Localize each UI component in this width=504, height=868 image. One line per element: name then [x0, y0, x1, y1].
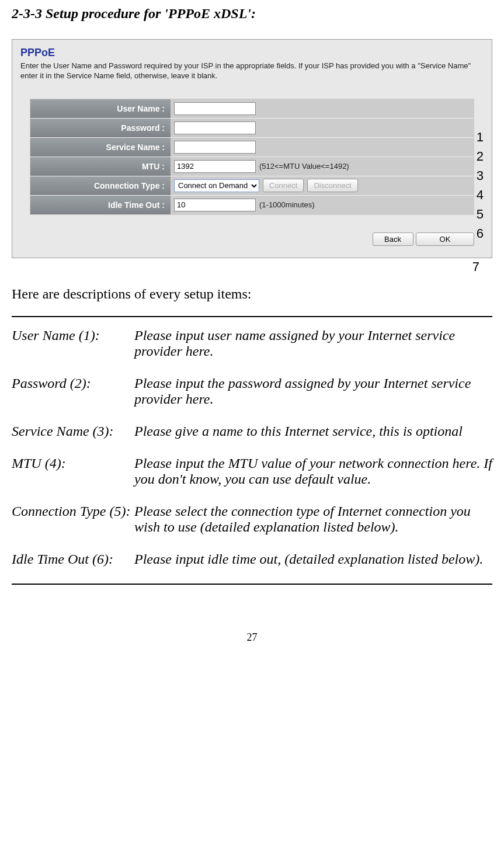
callout-1: 1 — [477, 127, 494, 147]
ok-button[interactable]: OK — [416, 232, 474, 246]
def-user-name: Please input user name assigned by your … — [134, 328, 492, 359]
row-service-name: Service Name : — [30, 138, 474, 157]
back-button[interactable]: Back — [373, 232, 413, 246]
idle-timeout-input[interactable] — [174, 199, 256, 211]
desc-idle-timeout: Idle Time Out (6): Please input idle tim… — [12, 551, 492, 567]
callout-5: 5 — [477, 204, 494, 224]
desc-connection-type: Connection Type (5): Please select the c… — [12, 504, 492, 535]
callout-6: 6 — [477, 224, 494, 243]
def-connection-type: Please select the connection type of Int… — [134, 504, 492, 535]
label-service-name: Service Name : — [30, 138, 171, 157]
term-idle-timeout: Idle Time Out (6): — [12, 551, 134, 567]
top-rule — [12, 316, 492, 317]
term-connection-type: Connection Type (5): — [12, 504, 134, 535]
callout-2: 2 — [477, 147, 494, 166]
label-password: Password : — [30, 119, 171, 137]
bottom-rule — [12, 584, 492, 585]
disconnect-button[interactable]: Disconnect — [307, 179, 357, 192]
term-user-name: User Name (1): — [12, 328, 134, 359]
callout-4: 4 — [477, 185, 494, 204]
description-list: User Name (1): Please input user name as… — [12, 328, 492, 567]
row-mtu: MTU : (512<=MTU Value<=1492) — [30, 157, 474, 176]
password-input[interactable] — [174, 121, 256, 134]
connect-button[interactable]: Connect — [263, 179, 304, 192]
section-title: 2-3-3 Setup procedure for 'PPPoE xDSL': — [12, 6, 492, 22]
def-password: Please input the password assigned by yo… — [134, 376, 492, 407]
callout-7: 7 — [12, 259, 492, 275]
screenshot-title: PPPoE — [20, 47, 486, 59]
desc-user-name: User Name (1): Please input user name as… — [12, 328, 492, 359]
connection-type-select[interactable]: Connect on Demand — [174, 179, 259, 192]
pppoe-screenshot: PPPoE Enter the User Name and Password r… — [12, 39, 492, 258]
term-password: Password (2): — [12, 376, 134, 407]
term-service-name: Service Name (3): — [12, 423, 134, 439]
row-user-name: User Name : — [30, 99, 474, 119]
desc-service-name: Service Name (3): Please give a name to … — [12, 423, 492, 439]
row-connection-type: Connection Type : Connect on Demand Conn… — [30, 176, 474, 196]
idle-hint: (1-1000minutes) — [259, 200, 315, 209]
guide-intro: Here are descriptions of every setup ite… — [12, 286, 492, 302]
label-user-name: User Name : — [30, 99, 171, 118]
def-mtu: Please input the MTU value of your netwo… — [134, 456, 492, 487]
user-name-input[interactable] — [174, 102, 256, 115]
callout-numbers: 1 2 3 4 5 6 — [477, 127, 494, 243]
label-mtu: MTU : — [30, 157, 171, 176]
mtu-input[interactable] — [174, 160, 256, 173]
service-name-input[interactable] — [174, 141, 256, 154]
button-row: Back OK — [18, 227, 486, 252]
page-number: 27 — [12, 631, 492, 644]
term-mtu: MTU (4): — [12, 456, 134, 487]
def-service-name: Please give a name to this Internet serv… — [134, 423, 492, 439]
def-idle-timeout: Please input idle time out, (detailed ex… — [134, 551, 492, 567]
desc-password: Password (2): Please input the password … — [12, 376, 492, 407]
label-connection-type: Connection Type : — [30, 176, 171, 195]
form-table: User Name : Password : Service Name : MT… — [30, 99, 474, 215]
row-password: Password : — [30, 119, 474, 138]
screenshot-description: Enter the User Name and Password require… — [20, 61, 484, 81]
label-idle-timeout: Idle Time Out : — [30, 196, 171, 214]
callout-3: 3 — [477, 166, 494, 185]
mtu-hint: (512<=MTU Value<=1492) — [259, 162, 349, 171]
row-idle-timeout: Idle Time Out : (1-1000minutes) — [30, 196, 474, 214]
desc-mtu: MTU (4): Please input the MTU value of y… — [12, 456, 492, 487]
